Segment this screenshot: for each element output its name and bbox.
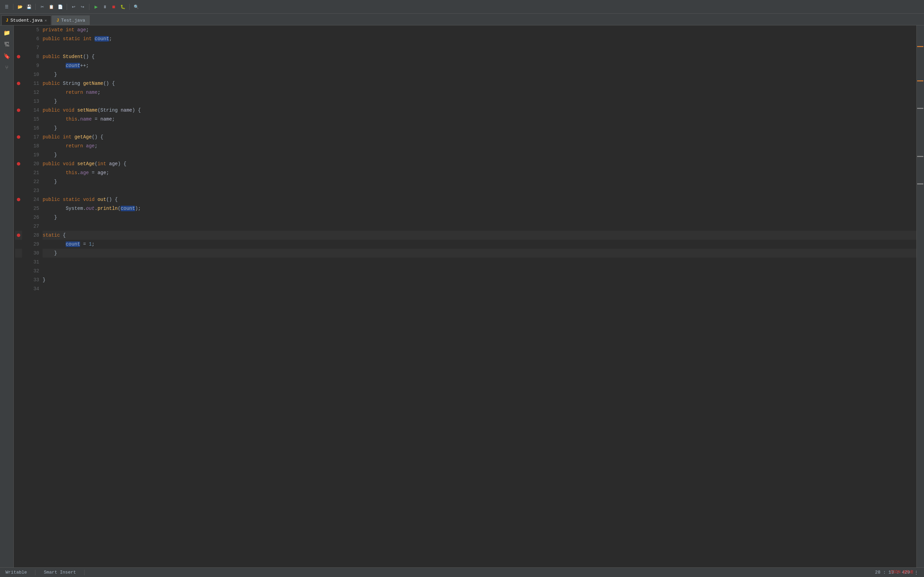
line-num-29: 29 xyxy=(22,240,43,249)
tab-test-java[interactable]: J Test.java xyxy=(52,15,89,25)
code-line-16: 16 } xyxy=(15,124,916,132)
code-line-28: 28 static { xyxy=(15,231,916,240)
toolbar: ☰ 📂 💾 ✂ 📋 📄 ↩ ↪ ▶ ⏸ ⏹ 🐛 🔍 xyxy=(0,0,924,14)
breakpoint-dot-8 xyxy=(17,55,20,58)
line-num-20: 20 xyxy=(22,160,43,168)
code-line-22: 22 } xyxy=(15,177,916,186)
undo-button[interactable]: ↩ xyxy=(70,3,78,11)
line-num-32: 32 xyxy=(22,266,43,276)
breakpoint-dot-17 xyxy=(17,135,20,139)
pause-button[interactable]: ⏸ xyxy=(101,3,108,11)
code-line-15: 15 this.name = name; xyxy=(15,115,916,124)
status-bar: Writable Smart Insert 28 : 13 : 420 ⋮ CS… xyxy=(0,567,924,577)
line-9-code: count++; xyxy=(43,61,89,70)
menu-button[interactable]: ☰ xyxy=(3,3,10,11)
line-26-code: } xyxy=(43,213,57,222)
code-line-13: 13 } xyxy=(15,97,916,106)
sidebar-project-icon[interactable]: 📁 xyxy=(2,28,12,38)
scroll-marker-3 xyxy=(917,108,923,109)
sidebar-bookmark-icon[interactable]: 🔖 xyxy=(2,52,12,61)
toolbar-separator-2 xyxy=(36,4,36,10)
code-line-24: 24 public static void out() { xyxy=(15,195,916,204)
line-num-27: 27 xyxy=(22,222,43,231)
code-line-27: 27 xyxy=(15,222,916,231)
code-line-21: 21 this.age = age; xyxy=(15,168,916,177)
code-line-14: 14 public void setName(String name) { xyxy=(15,106,916,115)
code-line-8: 8 public Student() { xyxy=(15,52,916,61)
line-num-12: 12 xyxy=(22,88,43,97)
breakpoint-dot-11 xyxy=(17,82,20,85)
code-line-5: 5 private int age; xyxy=(15,26,916,34)
sidebar-git-icon[interactable]: ⑂ xyxy=(2,63,12,73)
line-24-code: public static void out() { xyxy=(43,195,118,204)
cut-button[interactable]: ✂ xyxy=(39,3,46,11)
line-num-21: 21 xyxy=(22,168,43,177)
breakpoint-gutter-17 xyxy=(15,135,22,139)
paste-button[interactable]: 📄 xyxy=(57,3,64,11)
stop-button[interactable]: ⏹ xyxy=(110,3,118,11)
open-button[interactable]: 📂 xyxy=(16,3,24,11)
main-layout: 📁 🏗 🔖 ⑂ 5 private int age; 6 public stat… xyxy=(0,26,924,567)
debug-button[interactable]: 🐛 xyxy=(119,3,126,11)
line-5-code: private int age; xyxy=(43,26,89,34)
toolbar-separator-1 xyxy=(13,4,13,10)
line-30-code: } xyxy=(43,249,57,258)
code-line-30: 30 } xyxy=(15,249,916,258)
line-15-code: this.name = name; xyxy=(43,115,115,124)
line-num-10: 10 xyxy=(22,70,43,79)
code-line-18: 18 return age; xyxy=(15,142,916,150)
breakpoint-gutter-28 xyxy=(15,234,22,237)
tab-student-java[interactable]: J Student.java ✕ xyxy=(2,15,51,25)
line-num-6: 6 xyxy=(22,34,43,43)
code-line-31: 31 xyxy=(15,258,916,266)
line-num-5: 5 xyxy=(22,26,43,34)
line-num-25: 25 xyxy=(22,204,43,213)
code-line-25: 25 System.out.println(count); xyxy=(15,204,916,213)
code-content-area: 5 private int age; 6 public static int c… xyxy=(14,26,916,567)
breakpoint-dot-14 xyxy=(17,108,20,112)
code-line-29: 29 count = 1; xyxy=(15,240,916,249)
code-line-32: 32 xyxy=(15,266,916,276)
line-22-code: } xyxy=(43,177,57,186)
right-sidebar xyxy=(916,26,924,567)
tab-student-label: Student.java xyxy=(10,18,43,23)
line-num-18: 18 xyxy=(22,142,43,150)
search-button[interactable]: 🔍 xyxy=(132,3,140,11)
status-insert: Smart Insert xyxy=(44,570,76,575)
run-button[interactable]: ▶ xyxy=(92,3,100,11)
line-num-13: 13 xyxy=(22,97,43,106)
tab-student-close[interactable]: ✕ xyxy=(45,18,47,23)
sidebar-structure-icon[interactable]: 🏗 xyxy=(2,40,12,50)
line-11-code: public String getName() { xyxy=(43,79,115,88)
line-8-code: public Student() { xyxy=(43,52,95,61)
line-num-15: 15 xyxy=(22,115,43,124)
line-num-9: 9 xyxy=(22,61,43,70)
status-options-icon[interactable]: ⋮ xyxy=(914,570,919,575)
left-sidebar: 📁 🏗 🔖 ⑂ xyxy=(0,26,14,567)
line-num-30: 30 xyxy=(22,249,43,258)
code-line-20: 20 public void setAge(int age) { xyxy=(15,160,916,168)
csdn-watermark: CSDN @作者 xyxy=(891,569,914,575)
line-num-8: 8 xyxy=(22,52,43,61)
scroll-marker-4 xyxy=(917,156,923,157)
code-line-23: 23 xyxy=(15,186,916,195)
code-line-33: 33 } xyxy=(15,276,916,284)
breakpoint-gutter-8 xyxy=(15,55,22,58)
line-num-11: 11 xyxy=(22,79,43,88)
breakpoint-dot-28 xyxy=(17,234,20,237)
scroll-marker-1 xyxy=(917,46,923,47)
line-num-16: 16 xyxy=(22,124,43,132)
status-mode: Writable xyxy=(5,570,27,575)
redo-button[interactable]: ↪ xyxy=(79,3,86,11)
code-line-6: 6 public static int count; xyxy=(15,34,916,43)
line-num-24: 24 xyxy=(22,195,43,204)
code-line-11: 11 public String getName() { xyxy=(15,79,916,88)
line-19-code: } xyxy=(43,150,57,160)
breakpoint-gutter-20 xyxy=(15,162,22,166)
line-12-code: return name; xyxy=(43,88,100,97)
copy-button[interactable]: 📋 xyxy=(47,3,55,11)
java-icon-2: J xyxy=(57,18,59,23)
save-button[interactable]: 💾 xyxy=(25,3,33,11)
code-editor[interactable]: 5 private int age; 6 public static int c… xyxy=(14,26,916,567)
java-icon: J xyxy=(6,18,8,23)
